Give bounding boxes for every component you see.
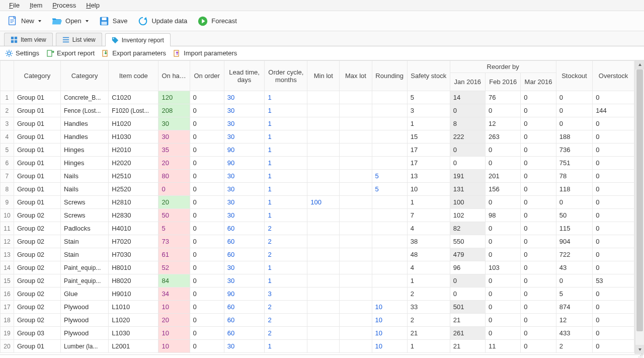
cell-rounding[interactable] (372, 209, 407, 222)
cell-reorder-m2[interactable]: 98 (486, 209, 521, 222)
header-month-3[interactable]: Mar 2016 (521, 73, 556, 91)
cell-order-cycle[interactable]: 1 (265, 130, 307, 144)
cell-stockout[interactable]: 433 (556, 327, 592, 340)
cell-safety-stock[interactable]: 1 (407, 274, 450, 288)
cell-rounding[interactable] (372, 288, 407, 301)
cell-lead-time[interactable]: 30 (224, 170, 265, 183)
cell-on-hand[interactable]: 20 (158, 314, 190, 327)
cell-max-lot[interactable] (340, 274, 372, 288)
cell-stockout[interactable]: 0 (556, 117, 592, 130)
cell-category1[interactable]: Group 01 (14, 117, 60, 130)
cell-on-order[interactable]: 0 (190, 340, 224, 353)
cell-rounding[interactable]: 10 (372, 340, 407, 353)
cell-max-lot[interactable] (340, 248, 372, 261)
header-order-cycle[interactable]: Order cycle, months (265, 61, 307, 91)
cell-rounding[interactable] (372, 248, 407, 261)
cell-max-lot[interactable] (340, 327, 372, 340)
cell-order-cycle[interactable]: 2 (265, 327, 307, 340)
tab-item-view[interactable]: Item view (4, 33, 53, 46)
cell-reorder-m2[interactable]: 103 (486, 261, 521, 274)
cell-on-hand[interactable]: 20 (158, 196, 190, 209)
cell-on-hand[interactable]: 30 (158, 130, 190, 144)
table-row[interactable]: 5Group 01HingesH2010350901170007360 (1, 144, 634, 157)
cell-on-order[interactable]: 0 (190, 314, 224, 327)
cell-safety-stock[interactable]: 1 (407, 340, 450, 353)
header-item-code[interactable]: Item code (109, 61, 158, 91)
cell-stockout[interactable]: 722 (556, 248, 592, 261)
cell-min-lot[interactable] (307, 248, 340, 261)
cell-order-cycle[interactable]: 1 (265, 340, 307, 353)
cell-item-code[interactable]: H2020 (109, 157, 158, 170)
cell-overstock[interactable]: 0 (593, 144, 634, 157)
table-row[interactable]: 4Group 01HandlesH10303003011522226301880 (1, 130, 634, 144)
cell-min-lot[interactable] (307, 183, 340, 196)
cell-stockout[interactable]: 115 (556, 222, 592, 235)
cell-lead-time[interactable]: 90 (224, 288, 265, 301)
cell-lead-time[interactable]: 60 (224, 248, 265, 261)
cell-on-order[interactable]: 0 (190, 301, 224, 314)
cell-overstock[interactable]: 0 (593, 340, 634, 353)
cell-item-code[interactable]: H1020 (109, 117, 158, 130)
cell-reorder-m1[interactable]: 8 (450, 117, 485, 130)
cell-overstock[interactable]: 0 (593, 235, 634, 248)
cell-reorder-m2[interactable]: 263 (486, 130, 521, 144)
cell-category2[interactable]: Nails (60, 183, 108, 196)
table-row[interactable]: 6Group 01HingesH2020200901170007510 (1, 157, 634, 170)
cell-rounding[interactable] (372, 104, 407, 117)
cell-rounding[interactable] (372, 274, 407, 288)
vertical-scrollbar[interactable] (635, 60, 644, 354)
cell-on-hand[interactable]: 30 (158, 117, 190, 130)
cell-safety-stock[interactable]: 21 (407, 327, 450, 340)
cell-min-lot[interactable] (307, 261, 340, 274)
cell-min-lot[interactable] (307, 157, 340, 170)
cell-max-lot[interactable] (340, 261, 372, 274)
cell-max-lot[interactable] (340, 104, 372, 117)
cell-category1[interactable]: Group 02 (14, 248, 60, 261)
header-on-hand[interactable]: On hand (158, 61, 190, 91)
cell-category1[interactable]: Group 01 (14, 183, 60, 196)
cell-category2[interactable]: Handles (60, 130, 108, 144)
cell-reorder-m1[interactable]: 131 (450, 183, 485, 196)
cell-min-lot[interactable] (307, 235, 340, 248)
cell-reorder-m2[interactable]: 0 (486, 248, 521, 261)
cell-lead-time[interactable]: 60 (224, 301, 265, 314)
cell-reorder-m2[interactable]: 0 (486, 288, 521, 301)
cell-overstock[interactable]: 0 (593, 170, 634, 183)
cell-stockout[interactable]: 0 (556, 196, 592, 209)
cell-stockout[interactable]: 2 (556, 340, 592, 353)
cell-category2[interactable]: Glue (60, 288, 108, 301)
cell-safety-stock[interactable]: 15 (407, 130, 450, 144)
cell-category1[interactable]: Group 02 (14, 261, 60, 274)
cell-overstock[interactable]: 0 (593, 314, 634, 327)
cell-order-cycle[interactable]: 2 (265, 248, 307, 261)
cell-max-lot[interactable] (340, 183, 372, 196)
cell-reorder-m2[interactable]: 0 (486, 327, 521, 340)
cell-stockout[interactable]: 874 (556, 301, 592, 314)
cell-item-code[interactable]: H2010 (109, 144, 158, 157)
cell-category2[interactable]: Plywood (60, 301, 108, 314)
cell-safety-stock[interactable]: 1 (407, 117, 450, 130)
cell-max-lot[interactable] (340, 209, 372, 222)
cell-min-lot[interactable] (307, 340, 340, 353)
cell-item-code[interactable]: H4010 (109, 222, 158, 235)
cell-on-hand[interactable]: 52 (158, 261, 190, 274)
cell-max-lot[interactable] (340, 340, 372, 353)
cell-item-code[interactable]: L1030 (109, 327, 158, 340)
table-row[interactable]: 18Group 02PlywoodL10202006021022100120 (1, 314, 634, 327)
cell-min-lot[interactable] (307, 104, 340, 117)
cell-category2[interactable]: Hinges (60, 144, 108, 157)
cell-reorder-m3[interactable]: 0 (521, 209, 556, 222)
cell-on-order[interactable]: 0 (190, 235, 224, 248)
cell-reorder-m1[interactable]: 0 (450, 274, 485, 288)
cell-reorder-m1[interactable]: 82 (450, 222, 485, 235)
cell-reorder-m1[interactable]: 21 (450, 314, 485, 327)
cell-item-code[interactable]: L2001 (109, 340, 158, 353)
table-row[interactable]: 16Group 02GlueH9010340903200050 (1, 288, 634, 301)
cell-min-lot[interactable] (307, 117, 340, 130)
cell-item-code[interactable]: H7030 (109, 248, 158, 261)
cell-category1[interactable]: Group 01 (14, 340, 60, 353)
cell-rounding[interactable]: 10 (372, 301, 407, 314)
cell-lead-time[interactable]: 30 (224, 340, 265, 353)
cell-rounding[interactable] (372, 261, 407, 274)
cell-category2[interactable]: Plywood (60, 314, 108, 327)
